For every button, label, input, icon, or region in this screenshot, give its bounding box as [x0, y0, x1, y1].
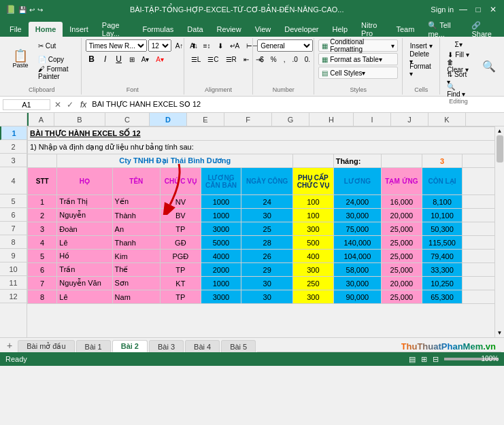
new-sheet-btn[interactable]: +: [3, 339, 16, 352]
conditional-formatting-btn[interactable]: ▦ Conditional Formatting ▾: [318, 39, 398, 52]
cell-J11[interactable]: 10,250: [422, 277, 463, 290]
minimize-btn[interactable]: —: [458, 4, 469, 15]
cell-H3[interactable]: Tháng:: [333, 154, 381, 168]
col-header-C[interactable]: C: [105, 113, 150, 126]
cell-B4[interactable]: HỌ: [57, 168, 112, 195]
cell-J12[interactable]: 65,300: [422, 290, 463, 304]
cell-H11[interactable]: 30,000: [333, 277, 381, 290]
tab-nitro[interactable]: Nitro Pro: [354, 22, 389, 37]
cell-G6[interactable]: 100: [293, 209, 334, 222]
cell-H8[interactable]: 140,000: [333, 236, 381, 250]
close-btn[interactable]: ✕: [488, 4, 499, 15]
align-top-btn[interactable]: ⬆: [188, 39, 199, 52]
cell-A8[interactable]: 4: [28, 236, 57, 250]
cell-F11[interactable]: 30: [241, 277, 293, 290]
cell-D9[interactable]: PGĐ: [161, 250, 201, 263]
cell-I12[interactable]: 25,000: [382, 290, 422, 304]
name-box[interactable]: [3, 99, 50, 110]
cell-A4[interactable]: STT: [28, 168, 57, 195]
cell-B5[interactable]: Trần Thị: [57, 195, 112, 209]
cell-E8[interactable]: 5000: [201, 236, 241, 250]
cell-styles-btn[interactable]: ▤ Cell Styles ▾: [318, 67, 398, 79]
redo-btn[interactable]: ↪: [37, 6, 43, 14]
col-header-J[interactable]: J: [391, 113, 429, 126]
quick-access-save[interactable]: 💾: [18, 6, 27, 14]
cell-B10[interactable]: Trần: [57, 263, 112, 277]
cell-K11[interactable]: [463, 277, 494, 290]
col-header-E[interactable]: E: [187, 113, 224, 126]
zoom-slider[interactable]: 100%: [444, 358, 499, 360]
cell-H10[interactable]: 58,000: [333, 263, 381, 277]
cell-J9[interactable]: 79,400: [422, 250, 463, 263]
col-header-F[interactable]: F: [224, 113, 272, 126]
cell-K7[interactable]: [463, 222, 494, 236]
view-layout-btn[interactable]: ⊞: [421, 355, 427, 364]
cell-K4[interactable]: [463, 168, 494, 195]
tab-help[interactable]: Help: [325, 22, 354, 37]
scroll-down-btn[interactable]: ▼: [497, 330, 503, 336]
paste-btn[interactable]: 📋 Paste: [7, 41, 34, 77]
decrease-decimal-btn[interactable]: 0.: [302, 53, 313, 65]
formula-input[interactable]: [92, 101, 501, 109]
format-painter-btn[interactable]: 🖌 Format Painter: [35, 67, 77, 79]
cell-G9[interactable]: 400: [293, 250, 334, 263]
cell-C12[interactable]: Nam: [112, 290, 160, 304]
col-header-B[interactable]: B: [54, 113, 105, 126]
cell-E11[interactable]: 1000: [201, 277, 241, 290]
tab-view[interactable]: View: [248, 22, 278, 37]
sheet-tab-intro[interactable]: Bài mở đầu: [18, 340, 74, 352]
cell-F8[interactable]: 28: [241, 236, 293, 250]
number-format-select[interactable]: General: [257, 39, 313, 52]
align-bottom-btn[interactable]: ⬇: [215, 39, 226, 52]
cell-K3[interactable]: [463, 154, 494, 168]
wrap-text-btn[interactable]: ↵A: [227, 39, 243, 52]
row-header-4[interactable]: 4: [0, 167, 27, 194]
cell-D8[interactable]: GĐ: [161, 236, 201, 250]
cell-C10[interactable]: Thế: [112, 263, 160, 277]
bold-btn[interactable]: B: [86, 53, 98, 65]
cell-E7[interactable]: 3000: [201, 222, 241, 236]
cell-B3[interactable]: Cty TNHH Đại Thái Bình Dương: [57, 154, 293, 168]
scroll-up-btn[interactable]: ▲: [497, 128, 503, 134]
row-header-8[interactable]: 8: [0, 235, 27, 249]
cell-G12[interactable]: 300: [293, 290, 334, 304]
format-as-table-btn[interactable]: ▦ Format as Table ▾: [318, 53, 398, 65]
italic-btn[interactable]: I: [99, 53, 112, 65]
cell-C11[interactable]: Sơn: [112, 277, 160, 290]
underline-btn[interactable]: U: [113, 53, 125, 65]
cell-K8[interactable]: [463, 236, 494, 250]
cell-A7[interactable]: 3: [28, 222, 57, 236]
cell-A9[interactable]: 5: [28, 250, 57, 263]
cell-H4[interactable]: LƯƠNG: [333, 168, 381, 195]
cell-B8[interactable]: Lê: [57, 236, 112, 250]
cell-F10[interactable]: 29: [241, 263, 293, 277]
row-header-1[interactable]: 1: [0, 126, 27, 140]
sheet-tab-bai2[interactable]: Bài 2: [112, 340, 148, 352]
cell-G4[interactable]: PHỤ CẤP CHỨC VỤ: [293, 168, 334, 195]
cell-C6[interactable]: Thành: [112, 209, 160, 222]
row-header-12[interactable]: 12: [0, 290, 27, 303]
view-normal-btn[interactable]: ▤: [409, 355, 416, 364]
cell-F5[interactable]: 24: [241, 195, 293, 209]
search-ribbon-btn[interactable]: 🔍: [480, 61, 499, 73]
cell-F9[interactable]: 26: [241, 250, 293, 263]
row-header-6[interactable]: 6: [0, 208, 27, 222]
tab-team[interactable]: Team: [389, 22, 421, 37]
decrease-indent-btn[interactable]: ⇤: [241, 53, 252, 65]
col-header-H[interactable]: H: [309, 113, 354, 126]
cell-F6[interactable]: 30: [241, 209, 293, 222]
cell-D12[interactable]: TP: [161, 290, 201, 304]
cell-H5[interactable]: 24,000: [333, 195, 381, 209]
cell-D4[interactable]: CHỨC VỤ: [161, 168, 201, 195]
row-header-11[interactable]: 11: [0, 276, 27, 290]
cell-B12[interactable]: Lê: [57, 290, 112, 304]
undo-btn[interactable]: ↩: [29, 6, 35, 14]
cell-J5[interactable]: 8,100: [422, 195, 463, 209]
cell-E5[interactable]: 1000: [201, 195, 241, 209]
cell-I3[interactable]: [382, 154, 422, 168]
row-header-7[interactable]: 7: [0, 222, 27, 235]
cell-I9[interactable]: 25,000: [382, 250, 422, 263]
cell-F7[interactable]: 25: [241, 222, 293, 236]
cell-A10[interactable]: 6: [28, 263, 57, 277]
sheet-tab-bai4[interactable]: Bài 4: [185, 340, 220, 352]
